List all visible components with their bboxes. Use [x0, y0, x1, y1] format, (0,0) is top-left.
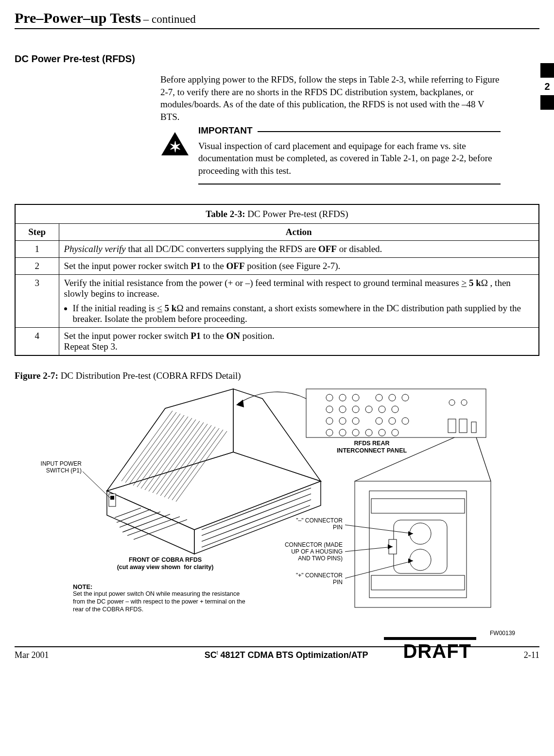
- connector-made-label: CONNECTOR (MADE UP OF A HOUSING AND TWO …: [279, 542, 343, 562]
- svg-rect-32: [109, 494, 116, 506]
- draft-rule: [384, 637, 476, 640]
- note-heading: NOTE:: [73, 583, 253, 590]
- svg-rect-61: [448, 419, 456, 433]
- step-action-main: Verify the initial resistance from the p…: [64, 278, 511, 299]
- figure-area: INPUT POWER SWITCH (P1) FRONT OF COBRA R…: [15, 384, 539, 637]
- neg-pin-label: "–" CONNECTOR PIN: [284, 518, 343, 531]
- figure-caption-prefix: Figure 2-7:: [15, 370, 58, 381]
- rear-panel-icon: [306, 389, 486, 437]
- table-row: 3 Verify the initial resistance from the…: [15, 275, 539, 328]
- step-num: 1: [15, 241, 59, 258]
- connector-detail-icon: [355, 481, 491, 607]
- footer-sc: SC: [205, 650, 217, 660]
- svg-line-66: [476, 437, 491, 481]
- svg-rect-62: [459, 419, 467, 433]
- running-title: Pre–Power–up Tests: [15, 10, 141, 26]
- footer-page-number: 2-11: [524, 650, 539, 660]
- svg-rect-70: [371, 575, 465, 590]
- important-text: Visual inspection of card placement and …: [198, 140, 497, 177]
- step-action-main: Set the input power rocker switch P1 to …: [64, 331, 275, 341]
- col-step-header: Step: [15, 224, 59, 241]
- step-bullet: If the initial reading is < 5 kΩ and rem…: [73, 303, 534, 324]
- important-content: IMPORTANT Visual inspection of card plac…: [198, 131, 501, 185]
- footer-tm: t: [217, 650, 218, 655]
- footer-date: Mar 2001: [15, 650, 49, 660]
- intro-paragraph: Before applying power to the RFDS, follo…: [160, 73, 501, 123]
- important-callout: ✶ IMPORTANT Visual inspection of card pl…: [160, 131, 501, 185]
- page-footer: Mar 2001 SCt 4812T CDMA BTS Optimization…: [15, 646, 539, 660]
- note-body: Set the input power switch ON while meas…: [73, 590, 253, 613]
- step-action: Physically verify that all DC/DC convert…: [59, 241, 539, 258]
- step-action: Verify the initial resistance from the p…: [59, 275, 539, 328]
- section-heading: DC Power Pre-test (RFDS): [15, 53, 539, 65]
- important-star-icon: ✶: [160, 131, 190, 156]
- running-continued: – continued: [143, 13, 196, 25]
- step-action: Set the input power rocker switch P1 to …: [59, 328, 539, 356]
- step-num: 3: [15, 275, 59, 328]
- svg-rect-63: [471, 422, 476, 433]
- svg-point-74: [410, 549, 431, 571]
- col-action-header: Action: [59, 224, 539, 241]
- rear-panel-label: RFDS REAR INTERCONNECT PANEL: [316, 440, 428, 454]
- step-action-extra: Repeat Step 3.: [64, 341, 118, 352]
- chapter-tab-number: 2: [540, 79, 554, 94]
- table-row: 2 Set the input power rocker switch P1 t…: [15, 258, 539, 275]
- svg-rect-69: [371, 499, 465, 513]
- tab-block-top: [540, 63, 554, 78]
- figure-id: FW00139: [490, 630, 515, 637]
- important-label: IMPORTANT: [198, 125, 258, 136]
- table-row: 1 Physically verify that all DC/DC conve…: [15, 241, 539, 258]
- front-cobra-label: FRONT OF COBRA RFDS (cut away view shown…: [102, 556, 228, 571]
- figure-note: NOTE: Set the input power switch ON whil…: [73, 583, 253, 613]
- step-action: Set the input power rocker switch P1 to …: [59, 258, 539, 275]
- input-power-label: INPUT POWER SWITCH (P1): [38, 461, 82, 474]
- figure-caption-text: DC Distribution Pre-test (COBRA RFDS Det…: [58, 370, 241, 381]
- tab-block-bottom: [540, 95, 554, 110]
- page-header: Pre–Power–up Tests – continued: [15, 10, 539, 29]
- svg-line-81: [83, 471, 110, 498]
- table-row: 4 Set the input power rocker switch P1 t…: [15, 328, 539, 356]
- step-num: 4: [15, 328, 59, 356]
- table-caption: Table 2-3: DC Power Pre-test (RFDS): [15, 204, 539, 224]
- pos-pin-label: "+" CONNECTOR PIN: [284, 572, 343, 586]
- svg-text:✶: ✶: [169, 139, 181, 155]
- procedure-table: Table 2-3: DC Power Pre-test (RFDS) Step…: [15, 204, 539, 356]
- table-caption-prefix: Table 2-3:: [206, 209, 245, 219]
- step-num: 2: [15, 258, 59, 275]
- body-column: Before applying power to the RFDS, follo…: [160, 73, 501, 185]
- chapter-tab-stack: 2: [540, 63, 554, 111]
- footer-title-text: 4812T CDMA BTS Optimization/ATP: [220, 650, 368, 660]
- svg-rect-33: [110, 496, 114, 500]
- draft-watermark: DRAFT: [403, 640, 471, 662]
- table-caption-text: DC Power Pre-test (RFDS): [245, 209, 348, 219]
- figure-caption: Figure 2-7: DC Distribution Pre-test (CO…: [15, 370, 539, 381]
